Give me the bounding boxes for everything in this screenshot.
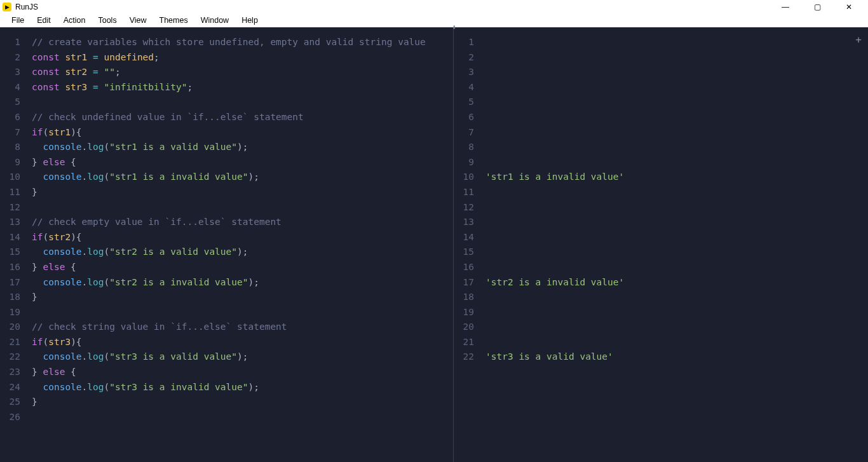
menu-edit[interactable]: Edit <box>31 15 57 26</box>
titlebar: ▶ RunJS — ▢ ✕ <box>0 0 868 14</box>
code-pane[interactable]: 1234567891011121314151617181920212223242… <box>0 27 454 462</box>
app-icon: ▶ <box>3 3 11 11</box>
code-content[interactable]: // create variables which store undefine… <box>27 27 453 462</box>
plus-icon[interactable]: + <box>855 34 862 46</box>
editor-area: ⬍ 12345678910111213141516171819202122232… <box>0 27 868 462</box>
maximize-icon[interactable]: ▢ <box>807 3 827 11</box>
menubar: File Edit Action Tools View Themes Windo… <box>0 14 868 27</box>
menu-action[interactable]: Action <box>57 15 92 26</box>
line-gutter-right: 12345678910111213141516171819202122 <box>454 27 480 462</box>
line-gutter-left: 1234567891011121314151617181920212223242… <box>0 27 27 462</box>
close-icon[interactable]: ✕ <box>839 3 859 11</box>
menu-window[interactable]: Window <box>194 15 235 26</box>
menu-tools[interactable]: Tools <box>92 15 123 26</box>
app-title: RunJS <box>15 3 38 11</box>
menu-help[interactable]: Help <box>235 15 264 26</box>
menu-themes[interactable]: Themes <box>153 15 194 26</box>
minimize-icon[interactable]: — <box>775 3 796 11</box>
menu-file[interactable]: File <box>5 15 31 26</box>
output-content: 'str1 is a invalid value' 'str2 is a inv… <box>480 27 868 462</box>
menu-view[interactable]: View <box>123 15 153 26</box>
output-pane: 12345678910111213141516171819202122 'str… <box>454 27 868 462</box>
